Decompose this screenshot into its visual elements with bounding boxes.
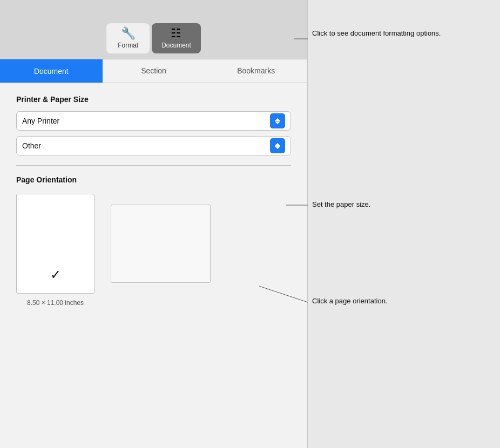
tabs-bar: Document Section Bookmarks	[0, 59, 307, 83]
portrait-option[interactable]: ✓ 8.50 × 11.00 inches	[16, 194, 94, 307]
toolbar: 🔧 Format ☷ Document	[0, 0, 307, 59]
orientation-section: Page Orientation ✓ 8.50 × 11.00 inches	[16, 175, 291, 307]
annotation-page-orientation: Click a page orientation.	[312, 296, 387, 307]
tab-section[interactable]: Section	[103, 59, 205, 83]
landscape-option[interactable]	[111, 194, 211, 283]
arrow-up-icon	[275, 118, 280, 121]
document-button[interactable]: ☷ Document	[152, 23, 201, 53]
paper-chevron-icon	[270, 138, 285, 153]
document-icon: ☷	[171, 28, 181, 39]
orientation-section-title: Page Orientation	[16, 175, 291, 184]
printer-dropdown[interactable]: Any Printer	[16, 111, 291, 131]
orientation-options: ✓ 8.50 × 11.00 inches	[16, 194, 291, 307]
paper-dropdown-wrapper: Other	[16, 136, 291, 155]
annotation-document-formatting: Click to see document formatting options…	[312, 28, 441, 39]
printer-chevron-icon	[270, 113, 285, 128]
arrow-down-icon	[275, 121, 280, 124]
portrait-icon: ✓	[16, 194, 94, 294]
printer-dropdown-label: Any Printer	[22, 117, 270, 125]
printer-paper-section-title: Printer & Paper Size	[16, 95, 291, 104]
paper-arrow-up-icon	[275, 143, 280, 146]
format-button[interactable]: 🔧 Format	[106, 23, 150, 53]
annotation-paper-size: Set the paper size.	[312, 199, 370, 210]
paper-arrow-down-icon	[275, 146, 280, 149]
checkmark-icon: ✓	[50, 267, 61, 282]
format-label: Format	[118, 42, 138, 49]
printer-dropdown-wrapper: Any Printer	[16, 111, 291, 131]
document-label: Document	[161, 42, 191, 49]
annotation-lines	[308, 0, 500, 448]
section-divider	[16, 165, 291, 166]
content-area: Printer & Paper Size Any Printer Other	[0, 83, 307, 317]
tab-document[interactable]: Document	[0, 59, 103, 83]
paper-dropdown-label: Other	[22, 141, 270, 150]
size-label: 8.50 × 11.00 inches	[27, 299, 84, 307]
paper-dropdown[interactable]: Other	[16, 136, 291, 155]
landscape-icon	[111, 205, 211, 283]
annotations-overlay: Click to see document formatting options…	[308, 0, 500, 448]
format-icon: 🔧	[121, 28, 136, 39]
tab-bookmarks[interactable]: Bookmarks	[205, 59, 307, 83]
